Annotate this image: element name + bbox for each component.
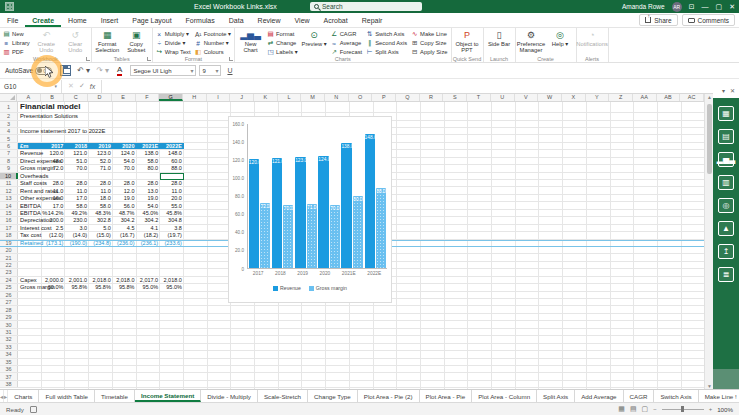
column-header-o[interactable]: O [349,94,373,101]
panel-close-icon[interactable]: ✕ [730,87,735,94]
macro-record-icon[interactable] [30,406,37,413]
cell-C7[interactable]: 121.0 [65,150,89,156]
sheet-tab-plot-area-column[interactable]: Plot Area - Column [472,390,537,402]
cell-F18[interactable]: (18.2) [137,232,161,238]
cell-C16[interactable]: 230.0 [65,217,89,223]
cell-F14[interactable]: 54.0 [137,202,161,208]
cell-C12[interactable]: 11.0 [65,187,89,193]
cell-D6[interactable]: 2019 [89,143,113,149]
column-header-m[interactable]: M [301,94,325,101]
cell-D15[interactable]: 48.3% [89,210,113,216]
row-header-27[interactable]: 27 [0,299,18,305]
sheet-tab-split-axis[interactable]: Split Axis [537,390,575,402]
cell-A10[interactable]: Overheads [20,173,160,179]
cell-F19[interactable]: (236.1) [137,241,161,246]
column-header-a[interactable]: A [17,94,41,101]
column-header-q[interactable]: Q [396,94,420,101]
cell-E11[interactable]: 28.0 [113,180,137,186]
row-header-19[interactable]: 19 [0,241,18,246]
ribbon-tab-formulas[interactable]: Formulas [179,15,222,27]
cell-E12[interactable]: 12.0 [113,187,137,193]
sheet-tab-change-type[interactable]: Change Type [308,390,358,402]
split-axis-button[interactable]: ⊢Split Axis [365,48,408,56]
average-button[interactable]: ≈Average [330,39,364,47]
cell-E7[interactable]: 124.0 [113,150,137,156]
row-header-4[interactable]: 4 [0,128,18,134]
row-header-16[interactable]: 16 [0,217,18,223]
row-header-32[interactable]: 32 [0,336,18,342]
row-header-17[interactable]: 17 [0,225,18,231]
panel-collapse-icon[interactable]: ▾ [722,87,725,94]
cell-B25[interactable]: 60.0% [42,284,66,290]
cell-G19[interactable]: (233.6) [160,241,184,246]
forecast-button[interactable]: ↗Forecast [330,48,364,56]
cell-E19[interactable]: (236.0) [113,241,137,246]
pdf-button[interactable]: ▥PDF [2,48,31,56]
timetable-icon[interactable]: ▦ [718,106,734,121]
column-header-n[interactable]: N [325,94,349,101]
formula-input[interactable] [102,80,727,93]
cell-G9[interactable]: 88.0 [160,165,184,171]
row-header-24[interactable]: 24 [0,277,18,283]
sheet-tab-charts[interactable]: Charts [8,390,39,402]
cell-E24[interactable]: 2,018.0 [113,277,137,283]
row-header-21[interactable]: 21 [0,254,18,260]
row-header-30[interactable]: 30 [0,321,18,327]
column-header-z[interactable]: Z [609,94,633,101]
column-header-k[interactable]: K [254,94,278,101]
copy-size-button[interactable]: ⊞Copy Size [410,39,448,47]
column-header-aa[interactable]: AA [633,94,657,101]
apply-size-button[interactable]: ⊟Apply Size [410,48,448,56]
comments-button[interactable]: Comments [682,14,735,26]
enter-icon[interactable]: ✓ [79,82,85,90]
column-header-u[interactable]: U [491,94,515,101]
make-line-button[interactable]: ∿Make Line [410,30,448,38]
sheet-tab-switch-axis[interactable]: Switch Axis [654,390,698,402]
cell-D25[interactable]: 95.8% [89,284,113,290]
cell-B9[interactable]: 72.0 [42,165,66,171]
row-header-2[interactable]: 2 [0,113,18,120]
cell-B17[interactable]: 2.5 [42,225,66,231]
row-header-5[interactable]: 5 [0,135,18,141]
sheet-tab-timetable[interactable]: Timetable [95,390,135,402]
search-box[interactable]: Search [310,2,422,11]
column-header-y[interactable]: Y [586,94,610,101]
cell-B18[interactable]: (12.0) [42,232,66,238]
column-header-j[interactable]: J [230,94,254,101]
sheet-tab-divide-multiply[interactable]: Divide - Multiply [201,390,258,402]
dialog-launcher-icon[interactable] [147,57,151,61]
cell-E8[interactable]: 54.0 [113,158,137,164]
dialog-launcher-icon[interactable] [229,57,233,61]
format-button[interactable]: ▤Format [266,30,299,38]
ribbon-tab-review[interactable]: Review [251,15,288,27]
column-header-e[interactable]: E [112,94,136,101]
cell-B24[interactable]: 2,000.0 [42,277,66,283]
divide-button[interactable]: ÷Divide ▾ [155,39,192,47]
cell-C15[interactable]: 49.2% [65,210,89,216]
sheet-tab-cagr[interactable]: CAGR [624,390,655,402]
cell-C24[interactable]: 2,001.0 [65,277,89,283]
cell-E6[interactable]: 2020 [113,143,137,149]
column-header-v[interactable]: V [515,94,539,101]
cell-A4[interactable]: Income statement 2017 to 2022E [20,128,160,134]
cell-B13[interactable]: 16.0 [42,195,66,201]
row-header-33[interactable]: 33 [0,344,18,350]
page-break-view-icon[interactable]: ▢ [642,405,649,413]
cell-G24[interactable]: 2,018.0 [160,277,184,283]
cell-F24[interactable]: 2,017.0 [137,277,161,283]
cell-G17[interactable]: 3.8 [160,225,184,231]
cell-D8[interactable]: 52.0 [89,158,113,164]
column-header-t[interactable]: T [467,94,491,101]
cell-F12[interactable]: 13.0 [137,187,161,193]
row-header-13[interactable]: 13 [0,195,18,201]
chart-icon[interactable]: ▂▅▃ [718,152,734,167]
zoom-level[interactable]: 100% [717,406,733,413]
cell-C6[interactable]: 2018 [65,143,89,149]
cell-D11[interactable]: 28.0 [89,180,113,186]
cell-C14[interactable]: 58.0 [65,202,89,208]
cell-G12[interactable]: 11.0 [160,187,184,193]
column-header-p[interactable]: P [372,94,396,101]
cell-C17[interactable]: 3.0 [65,225,89,231]
cell-F17[interactable]: 4.1 [137,225,161,231]
cell-D7[interactable]: 123.0 [89,150,113,156]
